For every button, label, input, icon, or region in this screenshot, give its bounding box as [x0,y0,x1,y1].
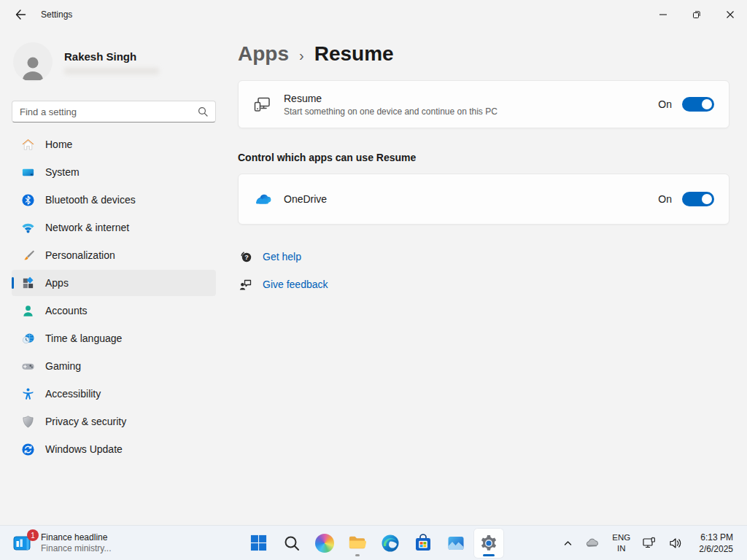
avatar [13,42,53,82]
network-tray-button[interactable] [638,529,660,558]
photos-icon [446,534,465,553]
sidebar-item-label: Accessibility [45,388,101,400]
breadcrumb-separator: › [299,47,304,64]
restore-icon [692,10,701,19]
search-box[interactable] [12,101,216,122]
resume-setting-card: Resume Start something on one device and… [238,80,729,128]
edge-button[interactable] [376,529,405,558]
profile-name: Rakesh Singh [64,50,159,63]
notification-badge: 1 [27,529,39,541]
restore-button[interactable] [680,0,713,29]
accessibility-icon [20,386,35,401]
section-heading: Control which apps can use Resume [238,152,729,163]
resume-toggle[interactable] [682,97,714,112]
breadcrumb: Apps › Resume [238,42,729,66]
sidebar-item-label: Windows Update [45,443,123,455]
copilot-icon [315,534,334,553]
privacy-security-icon [20,414,35,429]
search-button[interactable] [277,529,306,558]
page-title: Resume [314,42,394,66]
bluetooth-icon [20,192,35,207]
language-line2: IN [612,543,630,554]
get-help-icon: ? [238,249,254,264]
sidebar-item-personalization[interactable]: Personalization [12,242,216,268]
widgets-button[interactable]: 1 Finance headline Finance ministry... [7,526,115,560]
tray-chevron-button[interactable] [560,529,576,558]
widget-subtext: Finance ministry... [41,543,111,554]
chevron-up-icon [563,539,573,548]
sidebar-item-network-internet[interactable]: Network & internet [12,214,216,241]
taskbar-center [244,529,503,558]
volume-tray-button[interactable] [665,529,686,558]
file-explorer-button[interactable] [343,529,372,558]
sidebar-item-apps[interactable]: Apps [12,270,216,296]
sidebar-item-accessibility[interactable]: Accessibility [12,381,216,407]
system-icon [20,165,35,179]
onedrive-app-row: OneDrive On [238,174,729,225]
photos-button[interactable] [441,529,471,558]
breadcrumb-apps[interactable]: Apps [238,42,289,66]
edge-icon [381,534,400,553]
taskbar-search-icon [283,534,301,552]
system-tray: ENG IN 6:13 PM 2/6/2025 [560,526,741,560]
widget-headline: Finance headline [41,532,111,543]
sidebar-item-label: Gaming [45,360,81,372]
svg-text:?: ? [244,254,249,261]
give-feedback-row: Give feedback [238,277,729,292]
minimize-icon [659,10,667,19]
sidebar-item-time-language[interactable]: Time & language [12,325,216,351]
microsoft-store-icon [414,534,433,553]
back-button[interactable] [6,3,35,26]
sidebar-item-label: Home [45,139,72,150]
close-button[interactable] [713,0,747,29]
network-icon [20,220,35,235]
accounts-icon [20,303,35,318]
minimize-button[interactable] [646,0,680,29]
sidebar-item-accounts[interactable]: Accounts [12,298,216,324]
sidebar-item-gaming[interactable]: Gaming [12,353,216,379]
get-help-row: ? Get help [238,249,729,264]
get-help-link[interactable]: Get help [263,251,301,262]
resume-devices-icon [253,95,272,114]
microsoft-store-button[interactable] [409,529,438,558]
apps-icon [20,276,35,290]
sidebar-item-privacy-security[interactable]: Privacy & security [12,408,216,435]
sidebar-item-bluetooth-devices[interactable]: Bluetooth & devices [12,187,216,213]
sidebar-item-windows-update[interactable]: Windows Update [12,436,216,462]
back-arrow-icon [15,9,26,20]
windows-start-icon [249,534,268,552]
give-feedback-link[interactable]: Give feedback [263,279,328,290]
tray-date: 2/6/2025 [699,543,733,555]
personalization-icon [20,248,35,262]
sidebar-item-home[interactable]: Home [12,131,216,158]
language-line1: ENG [612,532,630,543]
account-profile[interactable]: Rakesh Singh [0,29,228,88]
resume-description: Start something on one device and contin… [284,106,498,117]
file-explorer-icon [347,533,367,553]
sidebar-item-label: Bluetooth & devices [45,194,136,206]
start-button[interactable] [244,529,274,558]
search-icon [198,106,208,117]
clock[interactable]: 6:13 PM 2/6/2025 [691,529,741,558]
window-controls [646,0,747,29]
onedrive-toggle[interactable] [682,192,714,206]
onedrive-tray-button[interactable] [581,529,604,558]
give-feedback-icon [238,277,254,292]
language-indicator[interactable]: ENG IN [608,529,634,558]
time-language-icon [20,331,35,346]
active-app-indicator [483,554,495,556]
resume-title: Resume [284,93,498,104]
titlebar: Settings [0,0,747,29]
footer-links: ? Get help Give feedback [238,249,729,292]
sidebar-item-system[interactable]: System [12,159,216,185]
close-icon [726,10,735,19]
search-input[interactable] [20,106,198,117]
network-ethernet-icon [642,536,657,551]
app-name: OneDrive [284,193,327,205]
resume-toggle-label: On [658,98,672,110]
copilot-button[interactable] [310,529,339,558]
settings-button[interactable] [474,529,503,558]
settings-sidebar: Rakesh Singh Home System Bluetooth & dev… [0,29,228,525]
sidebar-item-label: Network & internet [45,222,129,233]
gaming-icon [20,359,35,373]
